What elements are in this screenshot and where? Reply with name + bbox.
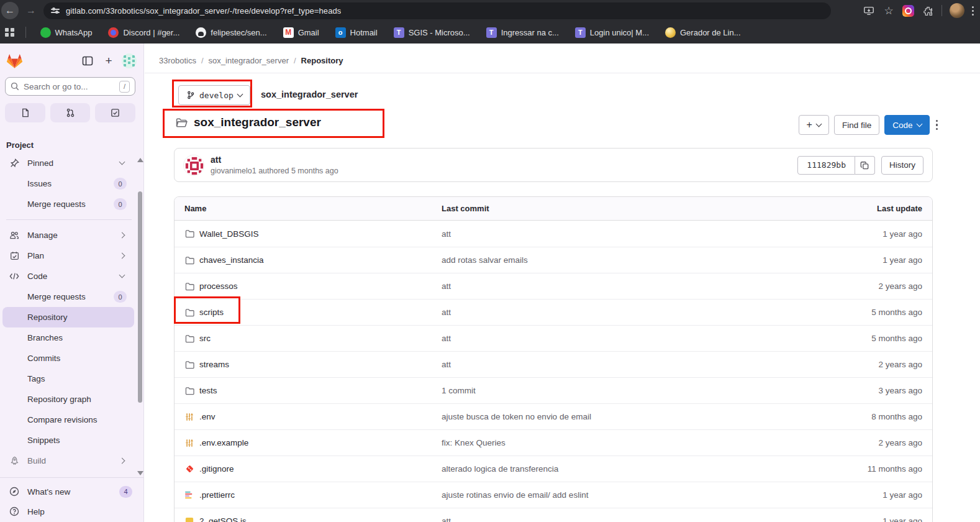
sidebar-item-repository-graph[interactable]: Repository graph (2, 389, 134, 410)
todo-shortcut-button[interactable] (95, 103, 135, 122)
send-to-device-icon[interactable] (863, 4, 875, 17)
file-name-link[interactable]: .prettierrc (175, 490, 442, 500)
commit-message-link[interactable]: alterado logica de transferencia (442, 464, 827, 474)
sidebar-item-what-s-new[interactable]: What's new4 (2, 482, 140, 501)
sidebar-item-label: Repository graph (27, 395, 91, 404)
search-icon (11, 82, 19, 91)
commit-author-avatar[interactable] (183, 155, 204, 176)
site-settings-icon[interactable] (51, 9, 60, 12)
sidebar-scroll-up-icon[interactable] (137, 158, 143, 162)
env-icon (184, 438, 194, 448)
url-bar[interactable]: gitlab.com/33robotics/sox_integrador_ser… (43, 2, 831, 19)
file-name-link[interactable]: chaves_instancia (175, 255, 442, 265)
sidebar-scrollbar[interactable] (138, 191, 142, 403)
sidebar-item-branches[interactable]: Branches (2, 327, 134, 348)
sidebar-item-issues[interactable]: Issues0 (2, 173, 134, 194)
file-name-link[interactable]: scripts (175, 308, 442, 318)
bookmark-star-icon[interactable]: ☆ (882, 4, 895, 17)
bookmark-item[interactable]: felipestec/sen... (190, 24, 272, 40)
file-name-link[interactable]: streams (175, 360, 442, 370)
add-dropdown-button[interactable]: + (799, 115, 829, 135)
commit-message-link[interactable]: add rotas salvar emails (442, 255, 827, 265)
gitlab-logo[interactable] (6, 53, 23, 69)
merge-requests-shortcut-button[interactable] (50, 103, 91, 122)
apps-grid-icon[interactable] (5, 28, 14, 37)
commit-message-link[interactable]: att (442, 360, 827, 369)
back-button[interactable]: ← (1, 2, 19, 19)
find-file-button[interactable]: Find file (834, 115, 879, 135)
sidebar-item-tags[interactable]: Tags (2, 369, 134, 389)
commit-message-link[interactable]: att (442, 334, 827, 343)
file-name-link[interactable]: tests (175, 386, 442, 396)
file-name-link[interactable]: .env.example (175, 438, 442, 448)
forward-button[interactable]: → (22, 2, 40, 19)
extension-colorful-icon[interactable] (902, 5, 914, 17)
bookmark-item[interactable]: TIngressar na c... (481, 24, 565, 40)
file-name-link[interactable]: 2..getSOS.js (175, 516, 442, 522)
sidebar-toggle-icon[interactable] (79, 53, 96, 69)
sidebar-item-commits[interactable]: Commits (2, 348, 134, 369)
extensions-puzzle-icon[interactable] (922, 4, 934, 17)
breadcrumb-item[interactable]: Repository (301, 56, 343, 65)
sidebar: + Search or go to... / Project (0, 44, 144, 522)
bookmark-item[interactable]: WhatsApp (35, 24, 98, 40)
commit-sha-button[interactable]: 111829bb (797, 156, 855, 175)
file-name-link[interactable]: Wallet_DBSGIS (175, 229, 442, 239)
commit-message-link[interactable]: fix: Knex Queries (442, 438, 827, 447)
search-input[interactable]: Search or go to... / (5, 77, 135, 96)
commit-message-link[interactable]: att (442, 516, 827, 522)
sidebar-item-repository[interactable]: Repository (2, 307, 134, 327)
bookmark-item[interactable]: TLogin unico| M... (569, 24, 655, 40)
help-icon (9, 506, 19, 516)
bookmark-item[interactable]: TSGIS - Microso... (388, 24, 476, 40)
commit-message-link[interactable]: att (442, 282, 827, 291)
history-button[interactable]: History (881, 156, 923, 175)
sidebar-item-manage[interactable]: Manage (2, 225, 134, 245)
sidebar-item-label: Manage (27, 231, 58, 240)
sidebar-item-label: Merge requests (27, 292, 86, 301)
sidebar-item-plan[interactable]: Plan (2, 245, 134, 266)
bookmark-item[interactable]: oHotmail (330, 24, 383, 40)
browser-chrome: ← → gitlab.com/33robotics/sox_integrador… (0, 0, 980, 44)
bookmarks-bar: WhatsAppDiscord | #ger...felipestec/sen.… (0, 21, 980, 44)
commit-message-link[interactable]: ajuste busca de token no envio de email (442, 412, 827, 421)
copy-sha-icon[interactable] (855, 156, 875, 175)
browser-menu-icon[interactable] (972, 6, 974, 16)
commit-message-link[interactable]: 1 commit (442, 386, 827, 395)
project-avatar[interactable] (122, 53, 137, 68)
create-new-icon[interactable]: + (101, 53, 117, 69)
file-name-link[interactable]: src (175, 334, 442, 344)
bookmark-item[interactable]: MGmail (278, 24, 325, 40)
file-table: Name Last commit Last update Wallet_DBSG… (174, 196, 933, 522)
code-dropdown-button[interactable]: Code (884, 115, 929, 135)
sidebar-item-help[interactable]: Help (2, 501, 140, 521)
search-shortcut-badge: / (119, 81, 130, 93)
sidebar-scroll-down-icon[interactable] (137, 471, 143, 475)
sidebar-item-compare-revisions[interactable]: Compare revisions (2, 410, 134, 430)
sidebar-item-merge-requests[interactable]: Merge requests0 (2, 194, 134, 214)
file-name-link[interactable]: processos (175, 282, 442, 291)
file-name-text: .gitignore (199, 464, 234, 474)
sidebar-item-merge-requests[interactable]: Merge requests0 (2, 286, 134, 307)
commit-message[interactable]: att (211, 155, 338, 165)
file-name-link[interactable]: .gitignore (175, 464, 442, 474)
bookmark-item[interactable]: Discord | #ger... (102, 24, 185, 40)
sidebar-item-snippets[interactable]: Snippets (2, 430, 134, 451)
user-avatar[interactable] (950, 3, 964, 18)
sidebar-item-build[interactable]: Build (2, 451, 134, 471)
breadcrumb-item[interactable]: sox_integrador_server (209, 56, 289, 65)
sidebar-item-pinned[interactable]: Pinned (2, 153, 134, 173)
plus-label: + (807, 119, 812, 130)
file-row: tests1 commit3 years ago (175, 377, 932, 403)
commit-message-link[interactable]: att (442, 308, 827, 317)
more-actions-icon[interactable] (935, 115, 940, 135)
file-name-link[interactable]: .env (175, 412, 442, 422)
commit-message-link[interactable]: att (442, 229, 827, 239)
bookmark-item[interactable]: Gerador de Lin... (660, 24, 746, 40)
commit-message-link[interactable]: ajuste rotinas envio de email/ add eslin… (442, 490, 827, 500)
branch-selector-button[interactable]: develop (178, 85, 250, 105)
breadcrumb-item[interactable]: 33robotics (159, 56, 196, 65)
sidebar-section-label: Project (6, 140, 34, 150)
sidebar-item-code[interactable]: Code (2, 266, 134, 286)
issues-shortcut-button[interactable] (5, 103, 45, 122)
